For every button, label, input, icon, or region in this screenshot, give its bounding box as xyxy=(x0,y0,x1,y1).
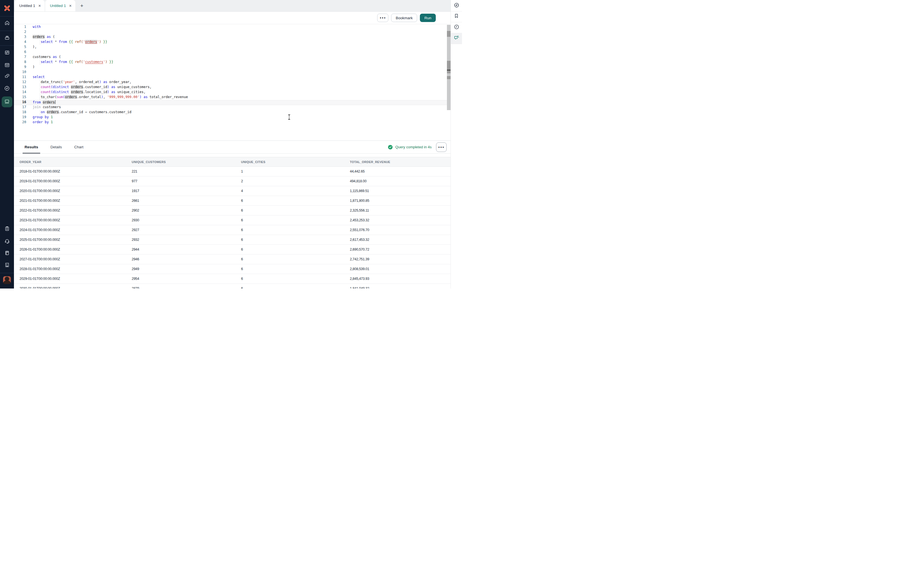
results-tabbar: ResultsDetailsChart Query completed in 4… xyxy=(14,141,451,153)
table-cell: 2949 xyxy=(129,267,239,271)
compass-icon xyxy=(454,2,459,9)
table-cell: 977 xyxy=(129,179,239,183)
magic-chat-sparkle-icon xyxy=(453,35,459,42)
code-line: 19group by 1 xyxy=(14,115,451,120)
table-row[interactable]: 2019-01-01T00:00:00.000Z9772494,818.00 xyxy=(14,176,451,186)
table-cell: 2,742,751.39 xyxy=(347,257,451,261)
table-row[interactable]: 2030-01-01T00:00:00.000Z287961,841,049.3… xyxy=(14,284,451,288)
notebook-laptop-icon xyxy=(4,98,10,106)
code-lines: 1with23orders as (4 select * from {{ ref… xyxy=(14,25,451,125)
table-cell: 2023-01-01T00:00:00.000Z xyxy=(17,218,129,222)
table-cell: 2024-01-01T00:00:00.000Z xyxy=(17,228,129,232)
table-cell: 2879 xyxy=(129,287,239,288)
sidebar-item-explore[interactable] xyxy=(0,84,14,94)
table-cell: 6 xyxy=(239,287,347,288)
code-line-text: with xyxy=(32,25,41,30)
table-row[interactable]: 2025-01-01T00:00:00.000Z293262,617,453.3… xyxy=(14,235,451,245)
sidebar-item-support[interactable] xyxy=(0,236,14,247)
line-number: 15 xyxy=(14,95,26,100)
table-row[interactable]: 2028-01-01T00:00:00.000Z294962,808,539.0… xyxy=(14,264,451,274)
building-icon xyxy=(4,262,10,269)
table-cell: 221 xyxy=(129,169,239,173)
sidebar-item-projects[interactable] xyxy=(0,33,14,43)
table-cell: 6 xyxy=(239,267,347,271)
tab-close-icon[interactable]: ✕ xyxy=(69,4,72,8)
table-cell: 1,871,800.85 xyxy=(347,199,451,203)
sidebar-item-apps[interactable] xyxy=(0,48,14,58)
rail-item-bookmarks[interactable] xyxy=(451,11,462,21)
code-line: 7customers as ( xyxy=(14,55,451,60)
table-row[interactable]: 2023-01-01T00:00:00.000Z293062,453,253.3… xyxy=(14,216,451,225)
column-header[interactable]: UNIQUE_CITIES xyxy=(239,160,347,164)
sidebar-item-changelog[interactable] xyxy=(0,224,14,234)
editor-scrollbar[interactable] xyxy=(447,25,451,110)
code-line-text: select * from {{ ref('orders') }} xyxy=(32,40,107,45)
code-line: 8 select * from {{ ref('customers') }} xyxy=(14,60,451,65)
code-line: 4 select * from {{ ref('orders') }} xyxy=(14,40,451,45)
table-row[interactable]: 2021-01-01T00:00:00.000Z266161,871,800.8… xyxy=(14,196,451,206)
table-row[interactable]: 2024-01-01T00:00:00.000Z292762,551,076.7… xyxy=(14,225,451,235)
table-row[interactable]: 2022-01-01T00:00:00.000Z290262,325,556.1… xyxy=(14,206,451,216)
sidebar-divider xyxy=(0,31,14,31)
line-number: 18 xyxy=(14,110,26,115)
line-number: 7 xyxy=(14,55,26,60)
sidebar-divider xyxy=(0,273,14,273)
sidebar-item-docs[interactable] xyxy=(0,248,14,258)
rail-item-magic-assistant-active[interactable] xyxy=(451,33,462,44)
results-tab-chart[interactable]: Chart xyxy=(74,141,83,153)
rail-item-explore[interactable] xyxy=(451,0,462,11)
table-cell: 494,818.00 xyxy=(347,179,451,183)
document-tab[interactable]: Untitled 1✕ xyxy=(15,0,45,11)
table-row[interactable]: 2018-01-01T00:00:00.000Z221144,442.65 xyxy=(14,167,451,176)
more-options-button[interactable]: ●●● xyxy=(377,14,388,22)
results-tab-results[interactable]: Results xyxy=(24,141,38,153)
results-tab-details[interactable]: Details xyxy=(50,141,62,153)
bookmark-button[interactable]: Bookmark xyxy=(391,14,417,22)
sidebar-item-organization[interactable] xyxy=(0,260,14,271)
scrollbar-match-marker xyxy=(447,31,451,37)
hex-logo[interactable] xyxy=(0,0,14,16)
code-line: 15 to_char(sum(orders.order_total), '999… xyxy=(14,95,451,100)
table-row[interactable]: 2020-01-01T00:00:00.000Z191741,115,869.5… xyxy=(14,186,451,196)
table-cell: 2932 xyxy=(129,238,239,242)
table-cell: 2946 xyxy=(129,257,239,261)
table-cell: 2,690,570.72 xyxy=(347,248,451,251)
check-circle-icon xyxy=(388,145,393,150)
table-cell: 2954 xyxy=(129,277,239,281)
table-cell: 6 xyxy=(239,199,347,203)
rail-item-history[interactable] xyxy=(451,22,462,32)
clock-icon xyxy=(454,24,459,31)
table-row[interactable]: 2026-01-01T00:00:00.000Z294462,690,570.7… xyxy=(14,245,451,255)
table-cell: 2019-01-01T00:00:00.000Z xyxy=(17,179,129,183)
windows-icon xyxy=(4,73,10,80)
results-panel: ResultsDetailsChart Query completed in 4… xyxy=(14,140,451,288)
table-row[interactable]: 2029-01-01T00:00:00.000Z295462,845,473.9… xyxy=(14,274,451,284)
sidebar-item-home[interactable] xyxy=(0,18,14,29)
query-status: Query completed in 4s xyxy=(388,145,431,150)
scrollbar-thumb[interactable] xyxy=(447,61,451,73)
sidebar-item-notebook-active[interactable] xyxy=(2,97,12,107)
column-header[interactable]: TOTAL_ORDER_REVENUE xyxy=(347,160,451,164)
sidebar-item-code[interactable] xyxy=(0,61,14,71)
new-tab-button[interactable]: + xyxy=(76,0,87,11)
code-line: 17join customers xyxy=(14,105,451,110)
column-header[interactable]: UNIQUE_CUSTOMERS xyxy=(129,160,239,164)
code-line: 20order by 1 xyxy=(14,120,451,125)
table-row[interactable]: 2027-01-01T00:00:00.000Z294662,742,751.3… xyxy=(14,255,451,264)
results-more-button[interactable]: ●●● xyxy=(436,142,447,152)
sidebar-item-components[interactable] xyxy=(0,71,14,81)
document-tab[interactable]: Untitled 1✕ xyxy=(45,0,75,11)
code-line: 6 xyxy=(14,50,451,55)
sql-editor[interactable]: 1with23orders as (4 select * from {{ ref… xyxy=(14,24,451,140)
clipboard-icon xyxy=(4,226,10,233)
results-tabs: ResultsDetailsChart xyxy=(24,141,83,153)
table-cell: 2027-01-01T00:00:00.000Z xyxy=(17,257,129,261)
archive-tray-icon xyxy=(4,35,10,42)
tab-close-icon[interactable]: ✕ xyxy=(38,4,41,8)
user-avatar[interactable] xyxy=(3,276,11,284)
run-button[interactable]: Run xyxy=(420,14,436,22)
code-line: 9) xyxy=(14,65,451,70)
code-line-text: orders as ( xyxy=(32,35,55,40)
column-header[interactable]: ORDER_YEAR xyxy=(17,160,129,164)
code-line-text: order by 1 xyxy=(32,120,53,125)
